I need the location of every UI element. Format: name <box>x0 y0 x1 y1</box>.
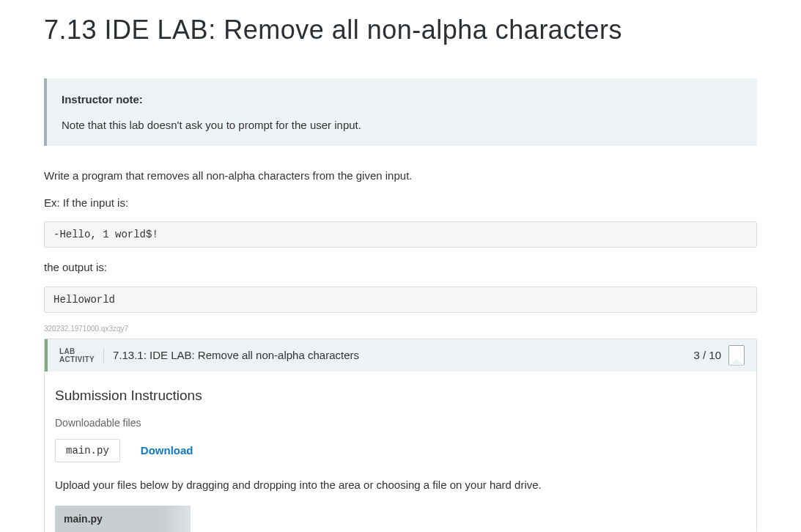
lab-label-line1: LAB <box>59 347 95 355</box>
content-id: 320232.1971000.qx3zqy7 <box>44 325 757 333</box>
submission-heading: Submission Instructions <box>55 388 746 404</box>
lab-activity-label: LAB ACTIVITY <box>59 347 104 363</box>
example-input-block: -Hello, 1 world$! <box>44 221 757 248</box>
instructor-note-box: Instructor note: Note that this lab does… <box>44 78 757 146</box>
example-output-block: Helloworld <box>44 287 757 313</box>
file-row: main.py Download <box>55 439 746 462</box>
lab-header: LAB ACTIVITY 7.13.1: IDE LAB: Remove all… <box>45 339 756 372</box>
lab-activity-card: LAB ACTIVITY 7.13.1: IDE LAB: Remove all… <box>44 339 757 533</box>
lab-label-line2: ACTIVITY <box>59 355 95 363</box>
page-title: 7.13 IDE LAB: Remove all non-alpha chara… <box>44 15 757 45</box>
lab-body: Submission Instructions Downloadable fil… <box>45 372 756 532</box>
instruction-line-3: the output is: <box>44 259 757 276</box>
bookmark-icon[interactable] <box>728 345 745 366</box>
instructor-note-body: Note that this lab doesn't ask you to pr… <box>62 119 742 131</box>
lab-score: 3 / 10 <box>693 349 721 361</box>
upload-hint: Upload your files below by dragging and … <box>55 479 746 491</box>
instruction-line-2: Ex: If the input is: <box>44 195 757 212</box>
instruction-line-1: Write a program that removes all non-alp… <box>44 168 757 185</box>
downloadable-files-label: Downloadable files <box>55 417 746 429</box>
upload-file-tab[interactable]: main.py <box>55 506 191 532</box>
lab-title: 7.13.1: IDE LAB: Remove all non-alpha ch… <box>113 349 694 361</box>
file-chip: main.py <box>55 439 120 462</box>
download-link[interactable]: Download <box>141 444 193 457</box>
instructor-note-heading: Instructor note: <box>62 93 742 106</box>
